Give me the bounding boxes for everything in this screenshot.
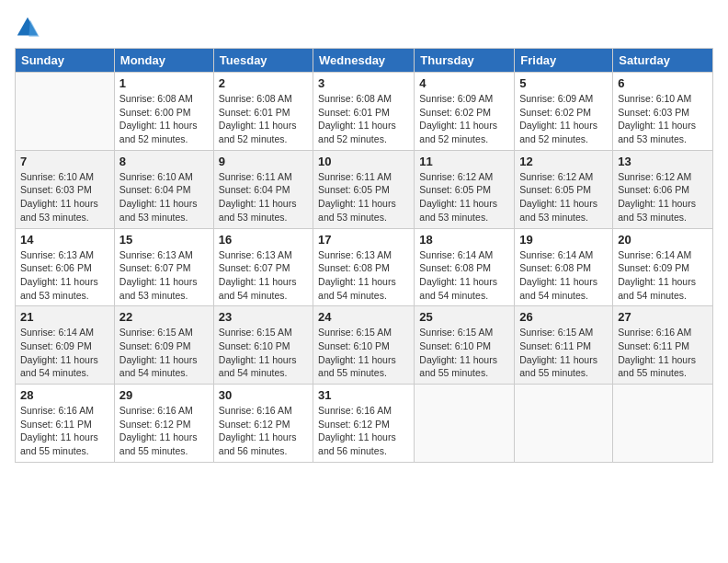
day-info: Sunrise: 6:15 AM Sunset: 6:11 PM Dayligh… xyxy=(519,326,608,380)
day-info: Sunrise: 6:09 AM Sunset: 6:02 PM Dayligh… xyxy=(519,92,608,146)
day-info: Sunrise: 6:14 AM Sunset: 6:09 PM Dayligh… xyxy=(618,248,708,303)
day-info: Sunrise: 6:12 AM Sunset: 6:05 PM Dayligh… xyxy=(419,170,509,224)
day-cell: 25Sunrise: 6:15 AM Sunset: 6:10 PM Dayli… xyxy=(415,306,515,385)
day-number: 20 xyxy=(618,233,708,247)
day-number: 1 xyxy=(119,76,209,90)
day-info: Sunrise: 6:14 AM Sunset: 6:09 PM Dayligh… xyxy=(20,326,109,380)
day-cell xyxy=(515,385,613,463)
day-number: 14 xyxy=(20,233,109,247)
day-number: 26 xyxy=(519,310,608,324)
day-cell: 21Sunrise: 6:14 AM Sunset: 6:09 PM Dayli… xyxy=(16,306,115,385)
col-header-friday: Friday xyxy=(515,49,613,73)
day-info: Sunrise: 6:08 AM Sunset: 6:01 PM Dayligh… xyxy=(219,92,308,146)
day-cell: 2Sunrise: 6:08 AM Sunset: 6:01 PM Daylig… xyxy=(213,73,313,151)
week-row-2: 7Sunrise: 6:10 AM Sunset: 6:03 PM Daylig… xyxy=(16,150,713,228)
day-cell: 11Sunrise: 6:12 AM Sunset: 6:05 PM Dayli… xyxy=(415,150,515,228)
day-number: 3 xyxy=(318,76,409,90)
logo xyxy=(15,15,44,40)
day-info: Sunrise: 6:10 AM Sunset: 6:03 PM Dayligh… xyxy=(20,170,109,224)
day-info: Sunrise: 6:12 AM Sunset: 6:06 PM Dayligh… xyxy=(618,170,708,224)
day-info: Sunrise: 6:16 AM Sunset: 6:11 PM Dayligh… xyxy=(618,326,708,380)
day-number: 7 xyxy=(20,155,109,168)
day-info: Sunrise: 6:08 AM Sunset: 6:00 PM Dayligh… xyxy=(119,92,209,146)
day-number: 25 xyxy=(419,310,509,324)
day-cell: 1Sunrise: 6:08 AM Sunset: 6:00 PM Daylig… xyxy=(114,73,213,151)
day-number: 31 xyxy=(318,388,409,402)
day-cell: 9Sunrise: 6:11 AM Sunset: 6:04 PM Daylig… xyxy=(213,150,313,228)
day-number: 18 xyxy=(419,233,509,247)
day-cell xyxy=(16,73,115,151)
day-info: Sunrise: 6:14 AM Sunset: 6:08 PM Dayligh… xyxy=(519,248,608,303)
col-header-saturday: Saturday xyxy=(613,49,713,73)
logo-icon xyxy=(15,15,40,40)
day-cell: 3Sunrise: 6:08 AM Sunset: 6:01 PM Daylig… xyxy=(313,73,415,151)
day-cell: 26Sunrise: 6:15 AM Sunset: 6:11 PM Dayli… xyxy=(515,306,613,385)
week-row-4: 21Sunrise: 6:14 AM Sunset: 6:09 PM Dayli… xyxy=(16,306,713,385)
day-cell: 7Sunrise: 6:10 AM Sunset: 6:03 PM Daylig… xyxy=(16,150,115,228)
day-cell: 20Sunrise: 6:14 AM Sunset: 6:09 PM Dayli… xyxy=(613,228,713,306)
day-number: 21 xyxy=(20,310,109,324)
day-number: 27 xyxy=(618,310,708,324)
day-number: 8 xyxy=(119,155,209,168)
week-row-1: 1Sunrise: 6:08 AM Sunset: 6:00 PM Daylig… xyxy=(16,73,713,151)
day-number: 28 xyxy=(20,388,109,402)
col-header-wednesday: Wednesday xyxy=(313,49,415,73)
day-number: 4 xyxy=(419,76,509,90)
day-number: 29 xyxy=(119,388,209,402)
day-info: Sunrise: 6:12 AM Sunset: 6:05 PM Dayligh… xyxy=(519,170,608,224)
day-cell: 29Sunrise: 6:16 AM Sunset: 6:12 PM Dayli… xyxy=(114,385,213,463)
day-number: 19 xyxy=(519,233,608,247)
day-cell: 13Sunrise: 6:12 AM Sunset: 6:06 PM Dayli… xyxy=(613,150,713,228)
day-number: 17 xyxy=(318,233,409,247)
day-cell: 18Sunrise: 6:14 AM Sunset: 6:08 PM Dayli… xyxy=(415,228,515,306)
day-number: 12 xyxy=(519,155,608,168)
day-info: Sunrise: 6:16 AM Sunset: 6:12 PM Dayligh… xyxy=(119,404,209,458)
day-cell: 8Sunrise: 6:10 AM Sunset: 6:04 PM Daylig… xyxy=(114,150,213,228)
day-number: 11 xyxy=(419,155,509,168)
day-cell: 19Sunrise: 6:14 AM Sunset: 6:08 PM Dayli… xyxy=(515,228,613,306)
svg-marker-1 xyxy=(28,20,39,37)
col-header-monday: Monday xyxy=(114,49,213,73)
day-number: 10 xyxy=(318,155,409,168)
day-cell: 23Sunrise: 6:15 AM Sunset: 6:10 PM Dayli… xyxy=(213,306,313,385)
day-info: Sunrise: 6:11 AM Sunset: 6:05 PM Dayligh… xyxy=(318,170,409,224)
week-row-5: 28Sunrise: 6:16 AM Sunset: 6:11 PM Dayli… xyxy=(16,385,713,463)
day-number: 5 xyxy=(519,76,608,90)
day-cell xyxy=(613,385,713,463)
day-cell: 4Sunrise: 6:09 AM Sunset: 6:02 PM Daylig… xyxy=(415,73,515,151)
day-info: Sunrise: 6:13 AM Sunset: 6:07 PM Dayligh… xyxy=(119,248,209,303)
day-info: Sunrise: 6:10 AM Sunset: 6:04 PM Dayligh… xyxy=(119,170,209,224)
day-cell: 24Sunrise: 6:15 AM Sunset: 6:10 PM Dayli… xyxy=(313,306,415,385)
day-cell: 12Sunrise: 6:12 AM Sunset: 6:05 PM Dayli… xyxy=(515,150,613,228)
day-number: 23 xyxy=(219,310,308,324)
day-number: 16 xyxy=(219,233,308,247)
day-cell: 28Sunrise: 6:16 AM Sunset: 6:11 PM Dayli… xyxy=(16,385,115,463)
col-header-thursday: Thursday xyxy=(415,49,515,73)
day-info: Sunrise: 6:13 AM Sunset: 6:08 PM Dayligh… xyxy=(318,248,409,303)
page-header xyxy=(15,15,713,40)
day-number: 22 xyxy=(119,310,209,324)
day-cell xyxy=(415,385,515,463)
day-info: Sunrise: 6:15 AM Sunset: 6:10 PM Dayligh… xyxy=(419,326,509,380)
week-row-3: 14Sunrise: 6:13 AM Sunset: 6:06 PM Dayli… xyxy=(16,228,713,306)
day-info: Sunrise: 6:15 AM Sunset: 6:09 PM Dayligh… xyxy=(119,326,209,380)
day-number: 13 xyxy=(618,155,708,168)
day-cell: 31Sunrise: 6:16 AM Sunset: 6:12 PM Dayli… xyxy=(313,385,415,463)
day-info: Sunrise: 6:16 AM Sunset: 6:11 PM Dayligh… xyxy=(20,404,109,458)
day-info: Sunrise: 6:13 AM Sunset: 6:06 PM Dayligh… xyxy=(20,248,109,303)
calendar-table: SundayMondayTuesdayWednesdayThursdayFrid… xyxy=(15,48,713,463)
day-cell: 6Sunrise: 6:10 AM Sunset: 6:03 PM Daylig… xyxy=(613,73,713,151)
day-number: 24 xyxy=(318,310,409,324)
day-cell: 16Sunrise: 6:13 AM Sunset: 6:07 PM Dayli… xyxy=(213,228,313,306)
day-cell: 10Sunrise: 6:11 AM Sunset: 6:05 PM Dayli… xyxy=(313,150,415,228)
day-info: Sunrise: 6:08 AM Sunset: 6:01 PM Dayligh… xyxy=(318,92,409,146)
col-header-sunday: Sunday xyxy=(16,49,115,73)
col-header-tuesday: Tuesday xyxy=(213,49,313,73)
day-info: Sunrise: 6:16 AM Sunset: 6:12 PM Dayligh… xyxy=(318,404,409,458)
day-number: 2 xyxy=(219,76,308,90)
day-cell: 30Sunrise: 6:16 AM Sunset: 6:12 PM Dayli… xyxy=(213,385,313,463)
day-number: 30 xyxy=(219,388,308,402)
day-cell: 22Sunrise: 6:15 AM Sunset: 6:09 PM Dayli… xyxy=(114,306,213,385)
day-info: Sunrise: 6:13 AM Sunset: 6:07 PM Dayligh… xyxy=(219,248,308,303)
day-cell: 27Sunrise: 6:16 AM Sunset: 6:11 PM Dayli… xyxy=(613,306,713,385)
